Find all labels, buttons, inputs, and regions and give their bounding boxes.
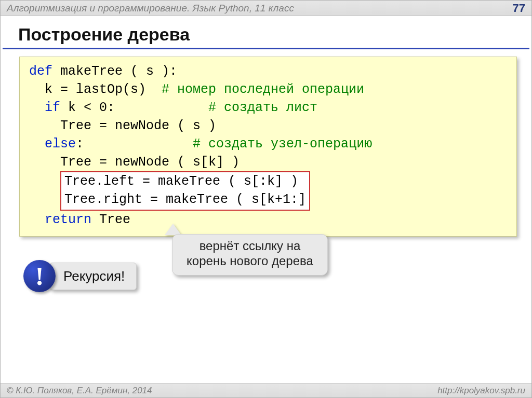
copyright-text: © К.Ю. Поляков, Е.А. Ерёмин, 2014 xyxy=(7,386,152,396)
keyword-else: else xyxy=(45,136,76,152)
footer-link: http://kpolyakov.spb.ru xyxy=(437,386,525,396)
code-indent xyxy=(29,100,45,115)
code-text: Tree = newNode ( s[k] ) xyxy=(29,155,240,170)
code-line: def makeTree ( s ): xyxy=(29,62,507,80)
code-text: : xyxy=(76,136,193,152)
code-text: Tree.right = makeTree ( s[k+1:] xyxy=(64,192,306,207)
slide: Алгоритмизация и программирование. Язык … xyxy=(0,0,532,398)
code-text: Tree xyxy=(91,212,130,227)
keyword-def: def xyxy=(29,64,52,79)
footer-bar: © К.Ю. Поляков, Е.А. Ерёмин, 2014 http:/… xyxy=(1,383,531,397)
header-bar: Алгоритмизация и программирование. Язык … xyxy=(1,1,531,16)
code-block: def makeTree ( s ): k = lastOp(s) # номе… xyxy=(19,57,517,237)
code-line: if k < 0: # создать лист xyxy=(29,99,507,117)
code-text: Tree = newNode ( s ) xyxy=(29,118,216,133)
code-line: Tree.left = makeTree ( s[:k] )Tree.right… xyxy=(29,171,507,211)
code-line: return Tree xyxy=(29,211,507,229)
page-number: 77 xyxy=(513,2,525,15)
code-line: Tree = newNode ( s[k] ) xyxy=(29,153,507,171)
code-line: Tree = newNode ( s ) xyxy=(29,117,507,135)
exclamation-icon: ! xyxy=(23,260,56,292)
code-indent xyxy=(29,136,45,152)
badge-label: Рекурсия! xyxy=(49,263,137,290)
comment: # создать лист xyxy=(208,100,317,115)
code-text: k < 0: xyxy=(60,100,208,115)
code-line: k = lastOp(s) # номер последней операции xyxy=(29,80,507,99)
comment: # создать узел-операцию xyxy=(193,136,372,152)
slide-title: Построение дерева xyxy=(3,16,529,49)
code-text: makeTree ( s ): xyxy=(52,64,177,79)
callout-tooltip: вернёт ссылку на корень нового дерева xyxy=(172,234,328,276)
code-text: k = lastOp(s) xyxy=(29,82,162,97)
callout-arrow xyxy=(165,224,181,235)
recursion-badge: ! Рекурсия! xyxy=(23,260,137,292)
code-text: Tree.left = makeTree ( s[:k] ) xyxy=(64,174,298,189)
keyword-return: return xyxy=(45,212,91,227)
code-indent xyxy=(29,212,45,227)
highlight-box: Tree.left = makeTree ( s[:k] )Tree.right… xyxy=(60,171,310,211)
code-line: else: # создать узел-операцию xyxy=(29,135,507,153)
keyword-if: if xyxy=(45,100,60,115)
comment: # номер последней операции xyxy=(162,82,364,97)
breadcrumb: Алгоритмизация и программирование. Язык … xyxy=(7,3,294,14)
